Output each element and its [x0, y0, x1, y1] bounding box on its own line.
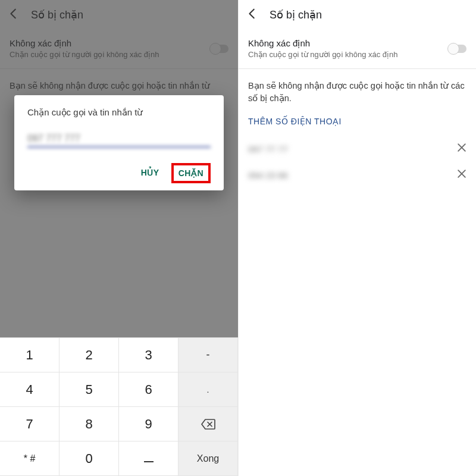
key-5[interactable]: 5 — [60, 372, 119, 407]
key-9[interactable]: 9 — [119, 407, 178, 441]
numeric-keypad: 1 2 3 - 4 5 6 . 7 8 9 * # 0 Xong — [0, 337, 238, 476]
setting-unknown-callers[interactable]: Không xác định Chặn cuộc gọi từ người gọ… — [239, 30, 476, 69]
block-number-dialog: Chặn cuộc gọi và tin nhắn từ HỦY CHẶN — [14, 95, 224, 190]
remove-number-icon[interactable] — [456, 168, 468, 182]
key-backspace[interactable] — [178, 407, 238, 441]
remove-number-icon[interactable] — [456, 142, 468, 156]
left-screenshot: Số bị chặn Không xác định Chặn cuộc gọi … — [0, 0, 238, 476]
back-icon[interactable] — [246, 7, 259, 23]
left-screen-body: Số bị chặn Không xác định Chặn cuộc gọi … — [0, 0, 238, 337]
right-screenshot: Số bị chặn Không xác định Chặn cuộc gọi … — [238, 0, 476, 476]
key-4[interactable]: 4 — [0, 372, 60, 407]
key-period[interactable]: . — [178, 372, 238, 407]
key-0[interactable]: 0 — [60, 441, 119, 476]
dialog-actions: HỦY CHẶN — [27, 163, 211, 183]
key-underscore[interactable] — [119, 441, 178, 476]
blocked-number-row: 094 23 86 — [239, 162, 476, 188]
add-number-button[interactable]: THÊM SỐ ĐIỆN THOẠI — [239, 111, 476, 136]
key-dash[interactable]: - — [178, 338, 238, 372]
phone-input[interactable] — [27, 131, 211, 148]
app-header: Số bị chặn — [239, 0, 476, 30]
setting-text: Không xác định Chặn cuộc gọi từ người gọ… — [248, 38, 449, 59]
blocked-number: 094 23 86 — [248, 170, 456, 180]
cancel-button[interactable]: HỦY — [134, 163, 167, 183]
key-done[interactable]: Xong — [178, 441, 238, 476]
toggle-switch[interactable] — [449, 45, 466, 53]
key-7[interactable]: 7 — [0, 407, 60, 441]
key-1[interactable]: 1 — [0, 338, 60, 372]
page-title: Số bị chặn — [270, 8, 322, 21]
key-symbols[interactable]: * # — [0, 441, 60, 476]
key-8[interactable]: 8 — [60, 407, 119, 441]
key-3[interactable]: 3 — [119, 338, 178, 372]
key-6[interactable]: 6 — [119, 372, 178, 407]
dialog-title: Chặn cuộc gọi và tin nhắn từ — [27, 107, 211, 118]
setting-title: Không xác định — [248, 38, 449, 49]
info-text: Bạn sẽ không nhận được cuộc gọi hoặc tin… — [239, 69, 476, 111]
blocked-number: 097 77 77 — [248, 144, 456, 154]
blocked-number-row: 097 77 77 — [239, 136, 476, 162]
key-2[interactable]: 2 — [60, 338, 119, 372]
confirm-button[interactable]: CHẶN — [171, 163, 211, 183]
setting-subtitle: Chặn cuộc gọi từ người gọi không xác địn… — [248, 50, 449, 59]
